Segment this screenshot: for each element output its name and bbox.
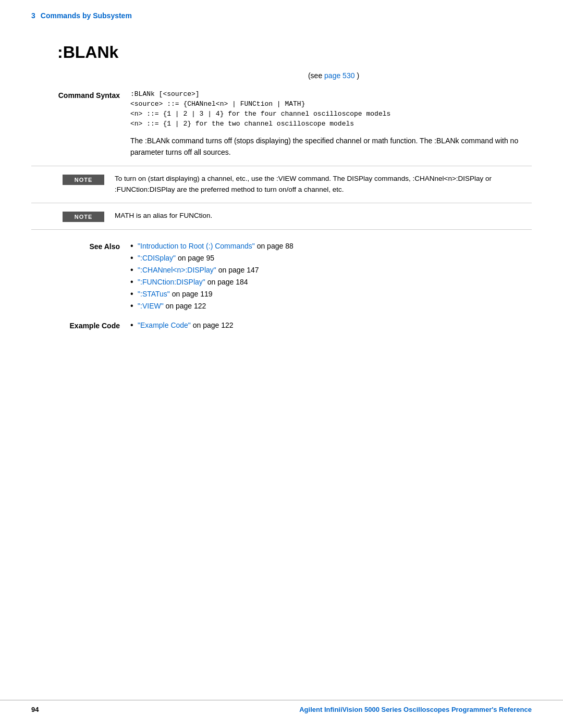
example-code-list: "Example Code" on page 122 — [130, 320, 532, 330]
see-also-row: See Also "Introduction to Root (:) Comma… — [31, 241, 532, 313]
syntax-line-1: :BLANk [<source>] — [130, 90, 532, 98]
see-page-reference: (see page 530 ) — [31, 71, 532, 80]
see-also-link-3[interactable]: ":CHANnel<n>:DISPlay" — [138, 266, 216, 274]
note-badge-2: NOTE — [63, 212, 104, 222]
command-syntax-row: Command Syntax :BLANk [<source>] <source… — [31, 90, 532, 158]
command-syntax-label: Command Syntax — [31, 90, 130, 100]
note-text-2: MATH is an alias for FUNCtion. — [115, 211, 532, 221]
see-also-link-6[interactable]: ":VIEW" — [138, 302, 164, 310]
example-code-label: Example Code — [31, 320, 130, 330]
note-row-2: NOTE MATH is an alias for FUNCtion. — [31, 203, 532, 230]
page-container: 3 Commands by Subsystem :BLANk (see page… — [0, 0, 563, 728]
see-also-label: See Also — [31, 241, 130, 251]
see-page-prefix: (see — [308, 71, 322, 80]
chapter-number: 3 — [31, 11, 35, 20]
example-code-content: "Example Code" on page 122 — [130, 320, 532, 332]
see-page-suffix: ) — [357, 71, 359, 80]
footer-title: Agilent InfiniiVision 5000 Series Oscill… — [299, 706, 532, 713]
note-row-1: NOTE To turn on (start displaying) a cha… — [31, 166, 532, 203]
footer-page-number: 94 — [31, 706, 39, 713]
example-code-suffix-1: on page 122 — [191, 321, 234, 329]
see-also-link-4[interactable]: ":FUNCtion:DISPlay" — [138, 278, 205, 286]
syntax-block: :BLANk [<source>] <source> ::= {CHANnel<… — [130, 90, 532, 128]
page-footer: 94 Agilent InfiniiVision 5000 Series Osc… — [0, 700, 563, 713]
note-badge-1: NOTE — [63, 175, 104, 185]
see-also-list: "Introduction to Root (:) Commands" on p… — [130, 241, 532, 311]
see-also-item-5: ":STATus" on page 119 — [130, 289, 532, 299]
see-also-link-5[interactable]: ":STATus" — [138, 290, 170, 298]
see-also-link-2[interactable]: ":CDISplay" — [138, 254, 176, 262]
note-text-1: To turn on (start displaying) a channel,… — [115, 174, 532, 195]
see-also-link-1[interactable]: "Introduction to Root (:) Commands" — [138, 242, 255, 250]
see-also-item-4: ":FUNCtion:DISPlay" on page 184 — [130, 277, 532, 287]
see-also-item-2: ":CDISplay" on page 95 — [130, 253, 532, 263]
see-also-item-6: ":VIEW" on page 122 — [130, 301, 532, 311]
command-description: The :BLANk command turns off (stops disp… — [130, 135, 532, 158]
command-heading: :BLANk — [31, 43, 532, 62]
see-also-suffix-1: on page 88 — [255, 242, 293, 250]
syntax-line-3: <n> ::= {1 | 2 | 3 | 4} for the four cha… — [130, 110, 532, 118]
top-header: 3 Commands by Subsystem — [0, 0, 563, 27]
syntax-line-4: <n> ::= {1 | 2} for the two channel osci… — [130, 120, 532, 128]
example-code-row: Example Code "Example Code" on page 122 — [31, 320, 532, 332]
see-also-suffix-3: on page 147 — [216, 266, 259, 274]
see-also-suffix-2: on page 95 — [176, 254, 214, 262]
see-page-link[interactable]: page 530 — [324, 71, 354, 80]
see-also-content: "Introduction to Root (:) Commands" on p… — [130, 241, 532, 313]
see-also-suffix-5: on page 119 — [170, 290, 213, 298]
main-content: :BLANk (see page 530 ) Command Syntax :B… — [0, 27, 563, 364]
example-code-link-1[interactable]: "Example Code" — [138, 321, 191, 329]
see-also-suffix-4: on page 184 — [205, 278, 248, 286]
see-also-suffix-6: on page 122 — [164, 302, 206, 310]
example-code-item-1: "Example Code" on page 122 — [130, 320, 532, 330]
syntax-line-2: <source> ::= {CHANnel<n> | FUNCtion | MA… — [130, 100, 532, 108]
see-also-item-1: "Introduction to Root (:) Commands" on p… — [130, 241, 532, 251]
command-syntax-content: :BLANk [<source>] <source> ::= {CHANnel<… — [130, 90, 532, 158]
chapter-title: Commands by Subsystem — [41, 11, 132, 20]
see-also-item-3: ":CHANnel<n>:DISPlay" on page 147 — [130, 265, 532, 275]
